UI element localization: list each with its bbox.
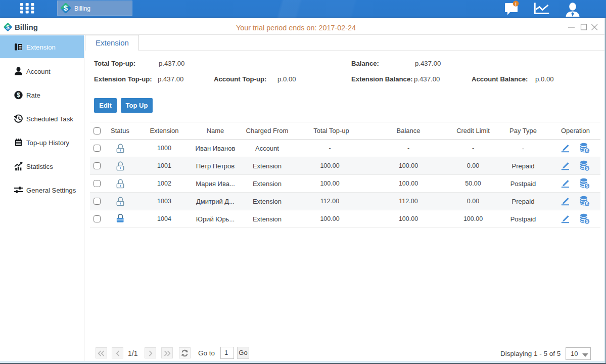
svg-text:$: $ <box>586 166 588 171</box>
svg-text:$: $ <box>586 201 588 206</box>
svg-text:$: $ <box>586 148 588 153</box>
svg-text:!: ! <box>515 1 517 7</box>
svg-text:$: $ <box>64 4 68 12</box>
svg-text:$: $ <box>586 219 588 224</box>
svg-text:$: $ <box>586 184 588 189</box>
svg-text:$: $ <box>6 24 10 30</box>
svg-text:$: $ <box>17 92 20 99</box>
